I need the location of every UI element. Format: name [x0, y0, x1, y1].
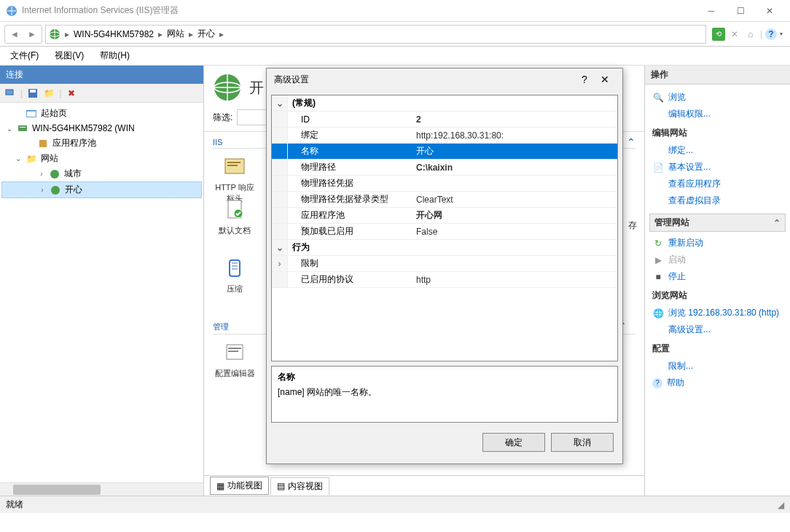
expand-icon[interactable]: › — [37, 186, 47, 194]
action-basic-settings[interactable]: 📄基本设置... — [652, 159, 783, 176]
prop-category-behavior[interactable]: ⌄ 行为 — [272, 240, 617, 256]
feature-http-headers[interactable]: HTTP 响应标头 — [213, 154, 257, 204]
tree-site-kaixin[interactable]: › 开心 — [1, 181, 202, 198]
action-help[interactable]: ?帮助 — [652, 375, 783, 391]
nav-forward-button[interactable]: ► — [24, 27, 40, 42]
prop-row-pathcred[interactable]: 物理路径凭据 — [272, 176, 617, 192]
action-limits[interactable]: 限制... — [652, 358, 783, 375]
action-advanced-settings[interactable]: 高级设置... — [652, 321, 783, 338]
feature-config-editor[interactable]: 配置编辑器 — [213, 340, 257, 379]
connections-hscroll[interactable] — [0, 482, 203, 496]
tree-site-city[interactable]: › 城市 — [1, 166, 202, 181]
action-view-apps[interactable]: 查看应用程序 — [652, 176, 783, 192]
minimize-button[interactable]: ─ — [697, 1, 726, 21]
action-edit-permissions[interactable]: 编辑权限... — [652, 106, 783, 122]
action-browse[interactable]: 🔍浏览 — [652, 89, 783, 106]
home-icon[interactable]: ⌂ — [744, 28, 757, 41]
action-restart[interactable]: ↻重新启动 — [652, 235, 783, 251]
connections-panel: 连接 | 📁 | ✖ 起始页 ⌄ WIN-5G4HKM57982 (WIN — [0, 66, 204, 496]
restart-icon: ↻ — [652, 238, 664, 249]
nav-back-button[interactable]: ◄ — [7, 27, 23, 42]
ok-button[interactable]: 确定 — [482, 433, 545, 452]
play-icon: ▶ — [652, 254, 664, 266]
stop-icon[interactable]: ✕ — [728, 28, 741, 41]
collapse-arrow-icon[interactable]: ⌃ — [627, 136, 635, 148]
feature-default-doc[interactable]: 默认文档 — [213, 197, 257, 236]
menu-view[interactable]: 视图(V) — [52, 48, 87, 63]
browse-site-section: 浏览网站 — [652, 289, 783, 303]
scroll-thumb[interactable] — [13, 485, 101, 495]
expand-icon[interactable]: › — [272, 256, 288, 271]
prop-row-pathcredtype[interactable]: 物理路径凭据登录类型ClearText — [272, 192, 617, 208]
svg-rect-3 — [6, 90, 13, 95]
close-button[interactable]: ✕ — [755, 1, 784, 21]
feature-compression[interactable]: 压缩 — [213, 256, 257, 294]
connect-icon[interactable] — [4, 87, 16, 99]
dialog-close-button[interactable]: ✕ — [595, 74, 615, 85]
svg-rect-7 — [27, 112, 36, 117]
tab-features-view[interactable]: ▦ 功能视图 — [210, 477, 269, 495]
server-icon — [17, 122, 28, 134]
prop-row-protocols[interactable]: 已启用的协议http — [272, 272, 617, 288]
breadcrumb-server[interactable]: WIN-5G4HKM57982 — [71, 29, 157, 39]
dialog-title: 高级设置 — [274, 74, 574, 86]
breadcrumb-sites[interactable]: 网站 — [164, 28, 187, 40]
cancel-button[interactable]: 取消 — [551, 433, 614, 452]
connections-header: 连接 — [0, 66, 203, 84]
svg-point-12 — [51, 186, 60, 195]
tab-content-view[interactable]: ▤ 内容视图 — [270, 477, 329, 495]
breadcrumb-site[interactable]: 开心 — [195, 28, 218, 40]
prop-row-id[interactable]: ID2 — [272, 112, 617, 128]
manage-site-section: 管理网站⌃ — [649, 214, 786, 232]
expand-icon[interactable]: › — [36, 170, 47, 178]
svg-rect-9 — [20, 127, 26, 128]
prop-row-binding[interactable]: 绑定http:192.168.30.31:80: — [272, 128, 617, 144]
menu-file[interactable]: 文件(F) — [7, 48, 42, 63]
prop-row-limits[interactable]: ›限制 — [272, 256, 617, 272]
prop-row-apppool[interactable]: 应用程序池开心网 — [272, 208, 617, 224]
refresh-icon[interactable]: ⟲ — [712, 28, 725, 41]
site-globe-icon — [213, 73, 242, 102]
start-page-icon — [26, 108, 37, 120]
explore-icon: 🔍 — [652, 92, 664, 103]
status-grip-icon: ◢ — [778, 500, 784, 510]
dialog-help-button[interactable]: ? — [574, 74, 595, 85]
action-start[interactable]: ▶启动 — [652, 251, 783, 268]
collapse-icon[interactable]: ⌄ — [272, 240, 288, 255]
help-icon[interactable]: ? — [765, 28, 777, 40]
stop-icon: ■ — [652, 271, 664, 283]
help-icon: ? — [652, 378, 662, 388]
document-icon: 📄 — [652, 162, 664, 173]
collapse-toggle-icon[interactable]: ⌃ — [773, 218, 781, 228]
breadcrumb[interactable]: ▸ WIN-5G4HKM57982 ▸ 网站 ▸ 开心 ▸ — [45, 25, 706, 44]
view-tabs: ▦ 功能视图 ▤ 内容视图 — [204, 475, 644, 496]
menu-help[interactable]: 帮助(H) — [97, 48, 133, 63]
tree-start-page[interactable]: 起始页 — [1, 106, 202, 121]
property-grid[interactable]: ⌄ (常规) ID2 绑定http:192.168.30.31:80: 名称开心… — [271, 95, 618, 361]
save-icon[interactable] — [27, 87, 39, 99]
default-doc-icon — [222, 197, 247, 222]
compress-icon — [222, 256, 247, 281]
prop-category-general[interactable]: ⌄ (常规) — [272, 95, 617, 112]
action-view-vdirs[interactable]: 查看虚拟目录 — [652, 192, 783, 209]
prop-row-name[interactable]: 名称开心 — [272, 144, 617, 160]
property-description: 名称 [name] 网站的唯一名称。 — [271, 366, 618, 423]
expand-icon[interactable]: ⌄ — [4, 125, 15, 133]
tree-sites[interactable]: ⌄ 📁 网站 — [1, 151, 202, 166]
config-editor-icon — [222, 340, 247, 365]
action-browse-url[interactable]: 🌐浏览 192.168.30.31:80 (http) — [652, 305, 783, 321]
collapse-icon[interactable]: ⌄ — [272, 95, 288, 111]
prop-row-preload[interactable]: 预加载已启用False — [272, 224, 617, 240]
prop-row-path[interactable]: 物理路径C:\kaixin — [272, 160, 617, 176]
expand-icon[interactable]: ⌄ — [13, 154, 23, 163]
actions-header: 操作 — [645, 66, 790, 85]
tree-server[interactable]: ⌄ WIN-5G4HKM57982 (WIN — [1, 121, 202, 136]
tree-app-pools[interactable]: 应用程序池 — [1, 136, 202, 151]
maximize-button[interactable]: ☐ — [726, 1, 755, 21]
action-stop[interactable]: ■停止 — [652, 268, 783, 285]
status-text: 就绪 — [6, 498, 23, 511]
delete-icon[interactable]: ✖ — [66, 87, 77, 99]
action-bindings[interactable]: 绑定... — [652, 142, 783, 159]
folder-icon[interactable]: 📁 — [43, 87, 55, 99]
actions-panel: 操作 🔍浏览 编辑权限... 编辑网站 绑定... 📄基本设置... 查看应用程… — [644, 66, 790, 496]
